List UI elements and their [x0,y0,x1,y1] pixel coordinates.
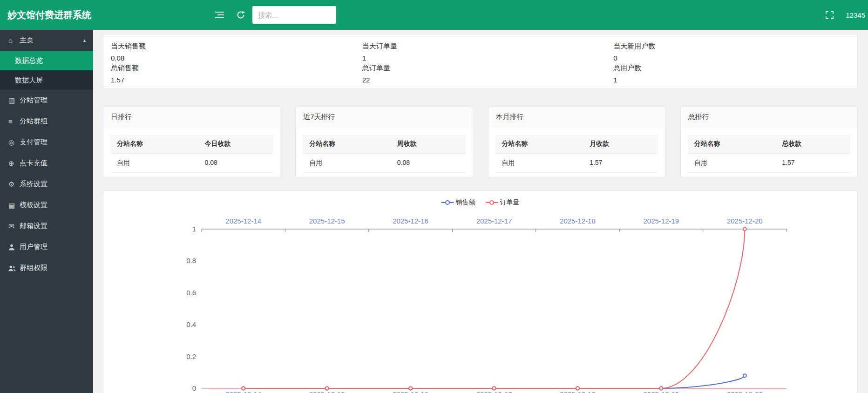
stat-label: 总用户数 [613,64,857,73]
ranking-title: 总排行 [681,107,857,127]
stat-today-orders: 当天订单量 1 [355,40,606,62]
sidebar-item-mail-settings[interactable]: ✉ 邮箱设置 [0,216,93,237]
col-amount: 今日收款 [198,135,273,153]
stat-label: 当天订单量 [362,42,606,51]
ranking-card-month: 本月排行 分站名称 月收款 自用 1.57 [488,107,665,177]
sidebar-item-home[interactable]: ⌂ 主页 ▲ [0,30,93,51]
ranking-table: 分站名称 月收款 自用 1.57 [495,135,658,173]
stat-label: 总订单量 [362,64,606,73]
ranking-card-7days: 近7天排行 分站名称 周收款 自用 0.08 [295,107,473,177]
table-row: 自用 1.57 [688,154,850,173]
ranking-table-header: 分站名称 总收款 [688,135,850,154]
cell-site-name: 自用 [303,154,391,173]
sidebar-item-payment[interactable]: ◎ 支付管理 [0,132,93,153]
legend-line-marker [441,200,454,205]
stat-today-sales: 当天销售额 0.08 [103,40,355,62]
svg-text:2025-12-15: 2025-12-15 [309,390,345,393]
sites-icon: ▥ [8,96,20,105]
sidebar-item-data-screen[interactable]: 数据大屏 [0,70,93,90]
col-site-name: 分站名称 [303,135,391,153]
table-row: 自用 0.08 [110,154,273,173]
stat-value: 22 [362,76,606,84]
expand-corners-icon [826,11,834,19]
cell-site-name: 自用 [495,154,583,173]
col-site-name: 分站名称 [495,135,583,153]
legend-line-marker [486,200,498,205]
line-chart[interactable]: 2025-12-142025-12-152025-12-162025-12-17… [103,214,858,393]
sidebar-item-system-settings[interactable]: ⚙ 系统设置 [0,174,93,195]
sidebar-item-site-groups[interactable]: ≡ 分站群组 [0,111,93,132]
site-groups-icon: ≡ [8,117,20,125]
svg-text:2025-12-17: 2025-12-17 [476,217,512,225]
svg-text:2025-12-18: 2025-12-18 [560,390,596,393]
sidebar-item-label: 主页 [20,36,34,45]
sidebar-item-data-overview[interactable]: 数据总览 [0,51,93,70]
svg-text:2025-12-16: 2025-12-16 [393,217,428,225]
search-input[interactable] [252,6,336,24]
legend-item-sales[interactable]: 销售额 [441,198,475,207]
ranking-card-daily: 日排行 分站名称 今日收款 自用 0.08 [103,107,280,177]
table-row: 自用 1.57 [495,154,658,173]
rankings-row: 日排行 分站名称 今日收款 自用 0.08 近7天排行 分站名称 周收款 [103,107,858,177]
stat-label: 当天新用户数 [613,42,857,51]
cell-amount: 1.57 [775,154,850,173]
ranking-table: 分站名称 周收款 自用 0.08 [303,135,465,173]
svg-text:0: 0 [192,384,196,392]
stat-label: 当天销售额 [111,42,355,51]
chart-legend: 销售额 订单量 [103,191,857,214]
recharge-icon: ⊕ [8,159,20,168]
svg-text:1: 1 [192,225,196,233]
sidebar-item-label: 邮箱设置 [20,222,47,230]
cell-amount: 1.57 [583,154,658,173]
sidebar-item-label: 分站群组 [20,117,47,126]
sidebar-item-label: 点卡充值 [20,159,47,168]
sidebar-item-user-management[interactable]: 用户管理 [0,237,93,257]
legend-item-orders[interactable]: 订单量 [486,198,520,207]
current-user[interactable]: 12345 [846,11,865,19]
svg-text:2025-12-14: 2025-12-14 [225,390,261,393]
sidebar-item-template-settings[interactable]: ▤ 模板设置 [0,195,93,216]
chevron-up-icon: ▲ [82,38,87,43]
sidebar-item-group-permissions[interactable]: 群组权限 [0,257,93,278]
app-title: 妙文馆付费进群系统 [0,9,99,21]
sidebar-item-label: 数据大屏 [15,76,43,85]
ranking-table-header: 分站名称 月收款 [495,135,658,154]
cell-site-name: 自用 [688,154,776,173]
sidebar-item-label: 系统设置 [20,180,47,189]
sales-orders-chart-card: 销售额 订单量 2025-12-142025-12-152025-12-1620… [103,190,858,393]
sidebar-item-label: 分站管理 [20,96,47,105]
refresh-arrow-icon [237,11,245,19]
person-icon [8,244,15,251]
col-site-name: 分站名称 [688,135,776,153]
svg-text:0.8: 0.8 [186,257,196,264]
col-site-name: 分站名称 [110,135,198,153]
svg-text:0.4: 0.4 [186,320,196,328]
svg-text:2025-12-16: 2025-12-16 [393,390,428,393]
fullscreen-icon[interactable] [826,11,834,19]
cell-amount: 0.08 [198,154,273,173]
stat-label: 总销售额 [111,64,355,73]
sidebar-item-card-recharge[interactable]: ⊕ 点卡充值 [0,153,93,174]
ranking-table: 分站名称 总收款 自用 1.57 [688,135,850,173]
legend-label: 订单量 [500,198,520,207]
stat-value: 1.57 [111,76,355,84]
col-amount: 月收款 [583,135,658,153]
cell-site-name: 自用 [110,154,198,173]
stat-total-orders: 总订单量 22 [355,62,606,84]
ranking-title: 日排行 [103,107,280,127]
sidebar-item-label: 群组权限 [20,264,47,272]
stat-value: 0.08 [111,54,355,62]
ranking-table-header: 分站名称 今日收款 [110,135,273,154]
sidebar-collapse-icon[interactable] [215,11,224,19]
sidebar-item-site-management[interactable]: ▥ 分站管理 [0,90,93,111]
refresh-icon[interactable] [237,11,245,19]
cell-amount: 0.08 [391,154,466,173]
col-amount: 总收款 [775,135,850,153]
user-icon [8,244,20,251]
svg-text:0.2: 0.2 [186,352,196,360]
sidebar-item-label: 数据总览 [15,56,43,65]
ranking-title: 本月排行 [488,107,665,127]
stat-value: 1 [613,76,857,84]
table-row: 自用 0.08 [303,154,465,173]
stat-value: 0 [613,54,857,62]
